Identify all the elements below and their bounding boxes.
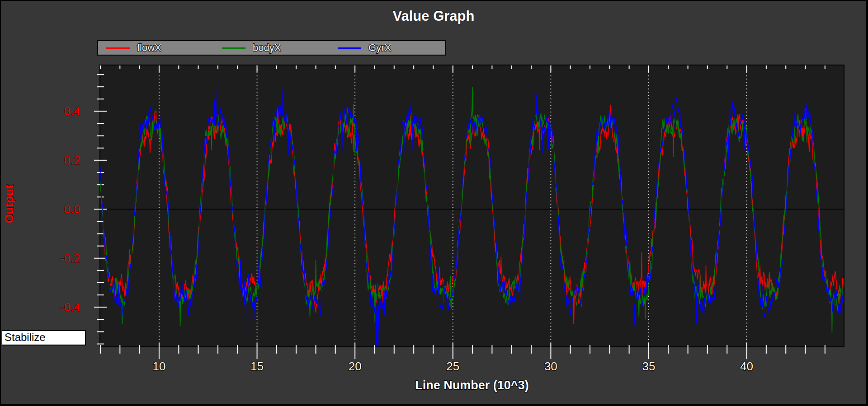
x-tick-labels: 10152025303540 — [152, 359, 753, 373]
x-tick-label: 10 — [152, 359, 165, 373]
plotter-window: Value Graph flowXbodyXGyrX Output Line N… — [1, 1, 866, 404]
x-tick-label: 30 — [544, 359, 557, 373]
stabilize-button[interactable]: Stabilize — [2, 330, 86, 345]
x-tick-label: 40 — [740, 359, 753, 373]
legend-item-GyrX: GyrX — [330, 42, 445, 54]
x-tick-label: 25 — [446, 359, 459, 373]
y-tick-label: 0.0 — [64, 202, 80, 216]
chart-title: Value Graph — [1, 8, 866, 24]
legend: flowXbodyXGyrX — [97, 40, 446, 56]
y-axis-title: Output — [2, 168, 16, 240]
x-tick-label: 15 — [250, 359, 264, 373]
legend-item-flowX: flowX — [98, 42, 214, 54]
x-tick-label: 20 — [349, 359, 362, 373]
legend-label: GyrX — [368, 42, 391, 54]
x-axis-title: Line Number (10^3) — [100, 378, 844, 392]
x-tick-label: 35 — [642, 359, 656, 373]
legend-label: flowX — [137, 42, 161, 54]
plot-area — [99, 65, 844, 347]
y-tick-label: -0.2 — [60, 252, 80, 265]
legend-item-bodyX: bodyX — [214, 42, 330, 54]
legend-label: bodyX — [253, 42, 281, 54]
legend-line-swatch — [222, 47, 245, 49]
y-tick-label: -0.4 — [60, 300, 80, 314]
y-tick-label: 0.4 — [64, 104, 80, 118]
y-tick-labels: 0.40.20.0-0.2-0.4 — [60, 104, 80, 314]
y-tick-label: 0.2 — [64, 154, 80, 167]
legend-line-swatch — [106, 47, 130, 49]
legend-line-swatch — [338, 47, 361, 49]
